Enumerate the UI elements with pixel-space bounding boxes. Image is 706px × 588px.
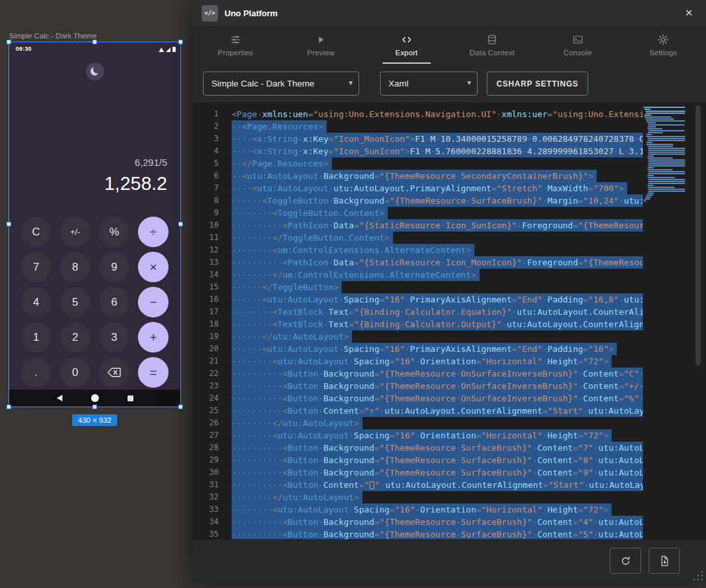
key-two[interactable]: 2 <box>60 322 90 353</box>
code-line[interactable]: 34··········<Button·Background="{ThemeRe… <box>193 516 643 528</box>
code-line[interactable]: 25··········<Button·Content="÷"·utu:Auto… <box>193 405 643 417</box>
code-line[interactable]: 24··········<Button·Background="{ThemeRe… <box>193 392 643 405</box>
tab-properties[interactable]: Properties <box>193 26 278 64</box>
window-titlebar[interactable]: </> Uno Platform ✕ <box>193 0 706 26</box>
tab-data-context[interactable]: Data Context <box>450 26 536 64</box>
key-one[interactable]: 1 <box>21 322 51 353</box>
code-line[interactable]: 8······<ToggleButton·Background="{ThemeR… <box>193 194 643 207</box>
status-icons <box>159 47 176 52</box>
key-minus[interactable]: − <box>138 287 169 317</box>
code-line[interactable]: 29··········<Button·Background="{ThemeRe… <box>193 454 643 466</box>
code-line[interactable]: 15······</ToggleButton> <box>193 281 643 293</box>
code-line[interactable]: 2··<Page.Resources> <box>193 120 643 133</box>
resize-handle[interactable] <box>92 405 97 409</box>
code-line[interactable]: 35··········<Button·Background="{ThemeRe… <box>193 528 643 539</box>
code-line[interactable]: 9········<ToggleButton.Content> <box>193 207 643 219</box>
line-number: 32 <box>193 491 219 503</box>
key-seven[interactable]: 7 <box>21 252 51 282</box>
code-line[interactable]: 17········<TextBlock·Text="{Binding·Calc… <box>193 306 643 318</box>
resize-handle[interactable] <box>178 40 183 44</box>
key-five[interactable]: 5 <box>60 287 90 317</box>
resize-handle[interactable] <box>178 222 183 226</box>
code-line[interactable]: 4····<x:String·x:Key="Icon_SunIcon">F1·M… <box>193 145 643 157</box>
code-line[interactable]: 11········</ToggleButton.Content> <box>193 232 643 244</box>
code-line[interactable]: 7····<utu:AutoLayout·utu:AutoLayout.Prim… <box>193 182 643 194</box>
code-editor[interactable]: 1<Page·xmlns:uen="using:Uno.Extensions.N… <box>193 103 706 539</box>
key-decimal[interactable]: . <box>21 357 51 388</box>
minimap[interactable] <box>644 107 688 202</box>
refresh-button[interactable] <box>610 548 641 574</box>
resize-handle[interactable] <box>7 40 11 44</box>
code-line[interactable]: 18········<TextBlock·Text="{Binding·Calc… <box>193 318 643 330</box>
code-line[interactable]: 33········<utu:AutoLayout·Spacing="16"·O… <box>193 503 643 516</box>
phone-canvas[interactable]: 09:30 6,291/5 1,258.2 C+/-%÷789×456−123+… <box>9 42 180 407</box>
code-line[interactable]: 21········<utu:AutoLayout·Spacing="16"·O… <box>193 355 643 368</box>
code-line[interactable]: 1<Page·xmlns:uen="using:Uno.Extensions.N… <box>193 108 643 120</box>
code-line[interactable]: 3····<x:String·x:Key="Icon_MoonIcon">F1·… <box>193 133 643 145</box>
code-line[interactable]: 22··········<Button·Background="{ThemeRe… <box>193 368 643 380</box>
code-line[interactable]: 19······</utu:AutoLayout> <box>193 330 643 343</box>
scrollbar-thumb[interactable] <box>696 105 701 366</box>
key-nine[interactable]: 9 <box>99 252 129 282</box>
tab-console[interactable]: Console <box>535 26 621 64</box>
code-line[interactable]: 12········<um:ControlExtensions.Alternat… <box>193 244 643 256</box>
calculator-preview[interactable]: 09:30 6,291/5 1,258.2 C+/-%÷789×456−123+… <box>9 42 180 407</box>
key-equals[interactable]: = <box>138 357 169 388</box>
code-line[interactable]: 28··········<Button·Background="{ThemeRe… <box>193 442 643 454</box>
line-number: 28 <box>193 442 219 454</box>
tab-settings[interactable]: Settings <box>621 26 706 64</box>
home-icon[interactable] <box>91 394 99 402</box>
key-plus-minus[interactable]: +/- <box>60 217 90 247</box>
tab-export[interactable]: Export <box>364 26 450 64</box>
line-number: 11 <box>193 232 219 244</box>
page-select[interactable]: Simple Calc - Dark Theme ▾ <box>203 72 359 96</box>
signal-icon <box>166 47 170 52</box>
code-line[interactable]: 32········</utu:AutoLayout> <box>193 491 643 503</box>
code-line[interactable]: 16······<utu:AutoLayout·Spacing="16"·Pri… <box>193 293 643 306</box>
key-six[interactable]: 6 <box>99 287 129 317</box>
console-icon <box>572 34 584 46</box>
line-number: 9 <box>193 207 219 219</box>
csharp-settings-button[interactable]: CSHARP SETTINGS <box>487 72 588 96</box>
line-number: 2 <box>193 120 219 133</box>
tab-preview[interactable]: Preview <box>278 26 364 64</box>
resize-grip[interactable] <box>692 569 703 581</box>
back-icon[interactable] <box>57 395 62 401</box>
chevron-down-icon: ▾ <box>467 78 471 87</box>
key-clear[interactable]: C <box>21 217 51 247</box>
code-area[interactable]: 1<Page·xmlns:uen="using:Uno.Extensions.N… <box>193 108 643 539</box>
code-line[interactable]: 5··</Page.Resources> <box>193 157 643 170</box>
resize-handle[interactable] <box>7 222 11 226</box>
line-number: 12 <box>193 244 219 256</box>
export-file-button[interactable] <box>649 548 680 574</box>
key-four[interactable]: 4 <box>21 287 51 317</box>
vertical-scrollbar[interactable] <box>694 103 702 539</box>
key-backspace[interactable] <box>99 357 129 388</box>
resize-handle[interactable] <box>92 40 97 44</box>
code-line[interactable]: 30··········<Button·Background="{ThemeRe… <box>193 466 643 479</box>
key-divide[interactable]: ÷ <box>138 217 169 247</box>
code-line[interactable]: 13··········<PathIcon·Data="{StaticResou… <box>193 256 643 269</box>
code-line[interactable]: 20······<utu:AutoLayout·Spacing="16"·Pri… <box>193 343 643 355</box>
code-line[interactable]: 31··········<Button·Content=""·utu:AutoL… <box>193 479 643 491</box>
key-plus[interactable]: + <box>138 322 169 353</box>
key-percent[interactable]: % <box>99 217 129 247</box>
code-line[interactable]: 6··<utu:AutoLayout·Background="{ThemeRes… <box>193 170 643 182</box>
key-three[interactable]: 3 <box>99 322 129 353</box>
key-multiply[interactable]: × <box>138 252 169 282</box>
resize-handle[interactable] <box>7 405 11 409</box>
code-line[interactable]: 10··········<PathIcon·Data="{StaticResou… <box>193 219 643 232</box>
battery-icon <box>172 47 176 52</box>
theme-toggle-button[interactable] <box>86 62 104 81</box>
key-eight[interactable]: 8 <box>60 252 90 282</box>
key-zero[interactable]: 0 <box>60 357 90 388</box>
close-icon[interactable]: ✕ <box>681 6 697 20</box>
code-line[interactable]: 23··········<Button·Background="{ThemeRe… <box>193 380 643 392</box>
code-line[interactable]: 27········<utu:AutoLayout·Spacing="16"·O… <box>193 429 643 442</box>
resize-handle[interactable] <box>178 405 183 409</box>
recents-icon[interactable] <box>128 395 133 401</box>
tab-label: Console <box>563 49 592 57</box>
code-line[interactable]: 26········</utu:AutoLayout> <box>193 417 643 429</box>
code-line[interactable]: 14········</um:ControlExtensions.Alterna… <box>193 269 643 281</box>
format-select[interactable]: Xaml ▾ <box>380 72 478 96</box>
